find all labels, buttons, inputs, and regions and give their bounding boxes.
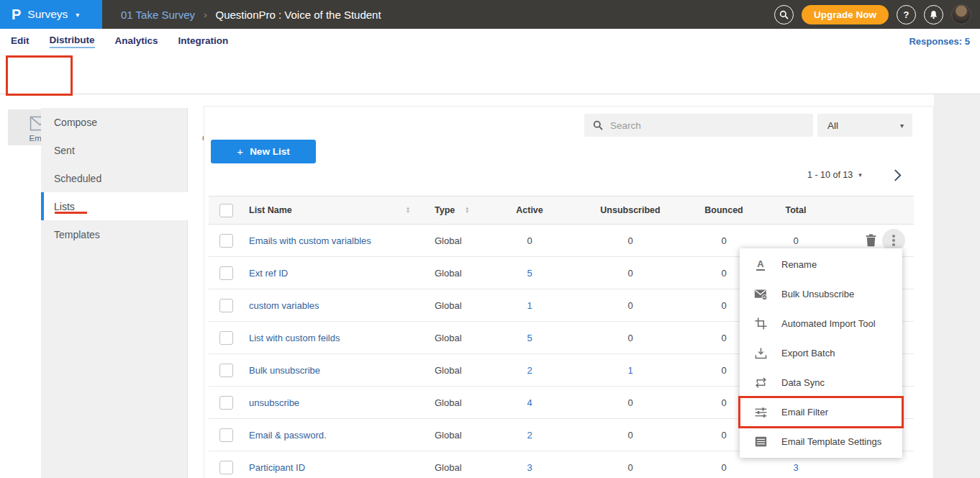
export-batch-icon (753, 347, 768, 359)
active-count: 0 (527, 235, 532, 246)
page-title: QuestionPro : Voice of the Student (215, 9, 381, 21)
chevron-right-icon (894, 169, 902, 181)
responses-count: Responses: 5 (909, 29, 970, 53)
list-name-link[interactable]: Email & password. (249, 430, 327, 441)
tab-integration[interactable]: Integration (178, 35, 229, 48)
data-sync-icon (753, 377, 768, 388)
menu-item-email-filter[interactable]: Email Filter (740, 397, 902, 427)
bounced-count: 0 (721, 300, 726, 311)
unsubscribed-count[interactable]: 1 (627, 365, 632, 376)
tab-analytics[interactable]: Analytics (115, 35, 158, 48)
sidebar-item-lists[interactable]: Lists (41, 192, 188, 220)
questionpro-logo-icon: P (12, 7, 21, 22)
bounced-count: 0 (721, 430, 726, 441)
active-count[interactable]: 5 (527, 333, 532, 343)
sidebar-item-sent[interactable]: Sent (41, 136, 188, 164)
page-background-strip (934, 94, 980, 478)
total-count[interactable]: 3 (793, 462, 798, 473)
unsubscribed-count: 0 (627, 235, 632, 246)
active-count[interactable]: 3 (527, 462, 532, 473)
menu-item-data-sync[interactable]: Data Sync (740, 368, 902, 397)
column-active: Active (483, 197, 576, 225)
pagination-next-button[interactable] (891, 168, 904, 182)
column-unsubscribed: Unsubscribed (576, 197, 684, 225)
trash-icon (866, 234, 876, 247)
list-name-link[interactable]: unsubscribe (249, 397, 299, 408)
notifications-button[interactable] (924, 5, 943, 24)
automated-import-icon (753, 317, 768, 330)
list-name-link[interactable]: Ext ref ID (249, 268, 288, 279)
caret-down-icon: ▾ (76, 11, 79, 19)
sidebar-item-compose[interactable]: Compose (41, 108, 188, 136)
bounced-count: 0 (721, 268, 726, 279)
list-name-link[interactable]: Bulk unsubscribe (249, 365, 320, 376)
list-type: Global (414, 387, 483, 419)
tab-distribute[interactable]: Distribute (50, 35, 95, 48)
rename-icon: A (753, 259, 768, 271)
active-count[interactable]: 1 (527, 300, 532, 311)
row-checkbox[interactable] (219, 428, 233, 442)
user-avatar[interactable] (951, 4, 971, 24)
breadcrumb-survey-link[interactable]: 01 Take Survey (121, 9, 195, 21)
active-count[interactable]: 2 (527, 365, 532, 376)
annotation-underline-lists (55, 212, 87, 214)
list-name-link[interactable]: Participant ID (249, 462, 305, 473)
menu-item-rename[interactable]: A Rename (740, 250, 902, 279)
row-checkbox[interactable] (219, 461, 233, 474)
menu-item-automated-import-tool[interactable]: Automated Import Tool (740, 309, 902, 338)
new-list-button[interactable]: + New List (211, 140, 316, 163)
row-checkbox[interactable] (219, 331, 233, 345)
row-checkbox[interactable] (219, 396, 233, 410)
distribute-toolbar: Email Embed Share Community $ Audience (0, 53, 980, 94)
survey-nav: Edit Distribute Analytics Integration Re… (0, 29, 980, 53)
top-bar: P Surveys ▾ 01 Take Survey › QuestionPro… (0, 0, 980, 29)
row-checkbox[interactable] (219, 266, 233, 280)
search-button[interactable] (774, 5, 794, 24)
email-template-settings-icon (753, 436, 768, 447)
list-type: Global (414, 419, 483, 451)
row-checkbox[interactable] (219, 234, 233, 248)
sort-type-icon[interactable]: ▲▼ (465, 207, 469, 214)
delete-list-button[interactable] (866, 234, 876, 247)
search-icon (593, 120, 603, 130)
unsubscribed-count: 0 (627, 300, 632, 311)
active-count[interactable]: 2 (527, 430, 532, 441)
menu-item-email-template-settings[interactable]: Email Template Settings (740, 427, 902, 456)
list-filter-dropdown[interactable]: All ▾ (817, 114, 912, 137)
help-button[interactable]: ? (897, 5, 916, 24)
pagination-range-dropdown[interactable]: 1 - 10 of 13 ▾ (807, 170, 862, 180)
list-search-input[interactable] (610, 120, 813, 131)
bounced-count: 0 (721, 333, 726, 343)
menu-item-export-batch[interactable]: Export Batch (740, 338, 902, 368)
email-filter-icon (753, 407, 768, 418)
table-header-row: List Name▲▼ Type▲▼ Active Unsubscribed B… (209, 197, 914, 225)
list-name-link[interactable]: custom variables (249, 300, 319, 311)
menu-item-bulk-unsubscribe[interactable]: Bulk Unsubscribe (740, 279, 902, 309)
bounced-count: 0 (721, 365, 726, 376)
surveys-product-menu[interactable]: P Surveys ▾ (0, 0, 102, 29)
bell-icon (929, 10, 938, 19)
row-checkbox[interactable] (219, 299, 233, 312)
bounced-count: 0 (721, 235, 726, 246)
active-count[interactable]: 4 (527, 397, 532, 408)
sidebar-item-scheduled[interactable]: Scheduled (41, 164, 188, 192)
unsubscribed-count: 0 (627, 268, 632, 279)
upgrade-now-button[interactable]: Upgrade Now (802, 5, 889, 24)
breadcrumb: 01 Take Survey › QuestionPro : Voice of … (121, 0, 381, 29)
list-type: Global (414, 354, 483, 387)
sidebar-item-templates[interactable]: Templates (41, 220, 188, 248)
list-name-link[interactable]: List with custom feilds (249, 333, 340, 343)
unsubscribed-count: 0 (627, 333, 632, 343)
list-search-box (584, 114, 813, 137)
list-type: Global (414, 322, 483, 354)
list-name-link[interactable]: Emails with custom varialbles (249, 235, 371, 246)
active-count[interactable]: 5 (527, 268, 532, 279)
questionpro-distribute-screen: P Surveys ▾ 01 Take Survey › QuestionPro… (0, 0, 980, 478)
sort-list-name-icon[interactable]: ▲▼ (406, 207, 410, 214)
select-all-checkbox[interactable] (219, 204, 233, 217)
row-checkbox[interactable] (219, 364, 233, 377)
tab-edit[interactable]: Edit (11, 35, 30, 48)
bulk-unsubscribe-icon (753, 289, 768, 300)
breadcrumb-separator-icon: › (204, 9, 207, 20)
email-sidebar: Compose Sent Scheduled Lists Templates (41, 108, 188, 478)
